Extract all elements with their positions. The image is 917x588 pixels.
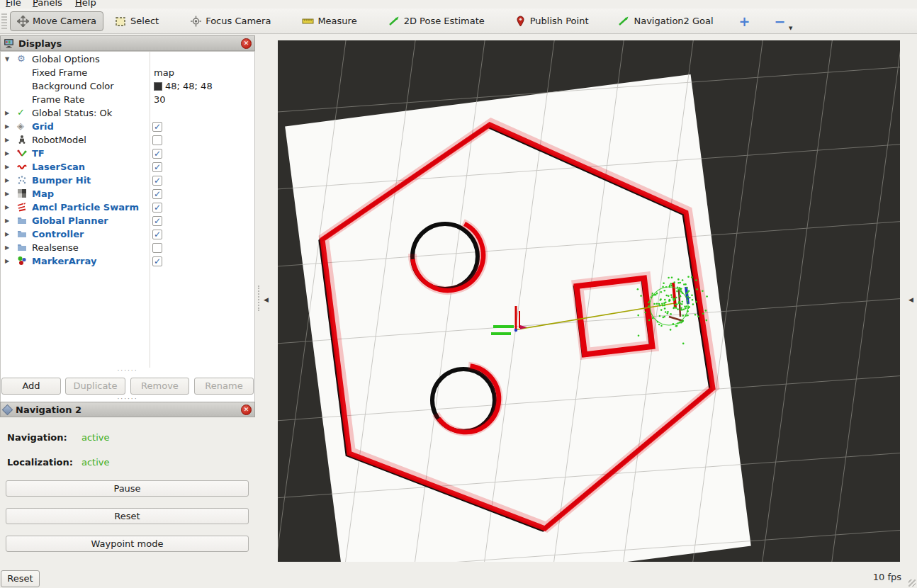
display-checkbox[interactable] [152,149,162,159]
window-resize-grip[interactable] [908,579,916,587]
display-row-realsense[interactable]: ▶ Realsense [1,241,254,254]
menu-help[interactable]: Help [75,0,96,8]
navigation-panel-title: Navigation 2 [16,405,81,415]
row-label: Realsense [32,241,79,254]
expand-arrow-icon[interactable]: ▶ [5,106,9,120]
time-reset-button[interactable]: Reset [1,570,40,587]
tree-row-background-color[interactable]: Background Color 48; 48; 48 [1,79,254,93]
particle-swarm-icon [17,202,28,213]
display-row-tf[interactable]: ▶ TF [1,147,254,160]
expand-arrow-icon[interactable]: ▶ [5,120,9,133]
measure-tool[interactable]: Measure [295,11,364,31]
displays-icon [4,38,14,49]
folder-icon [17,215,28,226]
expand-arrow-icon[interactable]: ▶ [5,133,9,147]
reset-button[interactable]: Reset [6,508,249,524]
display-row-laserscan[interactable]: ▶ LaserScan [1,160,254,174]
add-display-button[interactable]: Add [1,378,61,395]
menu-panels[interactable]: Panels [33,0,62,8]
localization-status-value: active [81,457,110,468]
display-row-global-planner[interactable]: ▶ Global Planner [1,214,254,227]
display-checkbox[interactable] [152,230,162,239]
expand-arrow-icon[interactable]: ▶ [5,160,9,174]
measure-label: Measure [317,16,356,26]
left-splitter-strip[interactable]: ◀ [255,34,278,563]
tree-row-global-options[interactable]: ▼ ⚙ Global Options [1,52,254,66]
collapse-arrow-icon[interactable]: ▼ [5,52,9,66]
display-checkbox[interactable] [152,176,162,186]
panel-splitter-handle[interactable]: ······ [0,368,255,374]
display-checkbox[interactable] [152,243,162,253]
property-label: Fixed Frame [32,66,87,79]
navigation-panel-header[interactable]: Navigation 2 ✕ [0,402,255,417]
expand-arrow-icon[interactable]: ▶ [5,254,9,268]
display-checkbox[interactable] [152,189,162,199]
display-checkbox[interactable] [152,256,162,266]
remove-tool-label: − [775,13,786,29]
menu-file[interactable]: File [6,0,21,8]
fixed-frame-value[interactable]: map [154,66,174,79]
collapse-left-panel-icon[interactable]: ◀ [264,296,269,303]
expand-arrow-icon[interactable]: ▶ [5,147,9,160]
display-row-controller[interactable]: ▶ Controller [1,227,254,241]
display-row-markerarray[interactable]: ▶ MarkerArray [1,254,254,268]
publish-point-tool[interactable]: Publish Point [507,11,596,31]
select-tool[interactable]: Select [108,11,166,31]
remove-display-button[interactable]: Remove [130,378,189,395]
map-display-icon [17,188,28,199]
row-label: Global Options [32,52,100,66]
tf-axes-icon [17,148,28,159]
display-row-map[interactable]: ▶ Map [1,187,254,200]
expand-arrow-icon[interactable]: ▶ [5,200,9,214]
move-camera-tool[interactable]: Move Camera [10,11,103,31]
display-row-robotmodel[interactable]: ▶ RobotModel [1,133,254,147]
displays-panel-header[interactable]: Displays ✕ [0,35,255,51]
row-label: LaserScan [32,160,85,174]
focus-camera-tool[interactable]: Focus Camera [183,11,278,31]
measure-icon [302,16,314,27]
select-icon [115,16,127,27]
marker-array-icon [17,256,28,266]
expand-arrow-icon[interactable]: ▶ [5,214,9,227]
expand-arrow-icon[interactable]: ▶ [5,241,9,254]
background-color-value[interactable]: 48; 48; 48 [154,79,213,93]
add-tool-button[interactable]: + [733,13,756,29]
expand-arrow-icon[interactable]: ▶ [5,187,9,200]
status-bar: Reset 10 fps [0,563,917,588]
menu-bar: File Panels Help [0,0,917,9]
pose-estimate-tool[interactable]: 2D Pose Estimate [381,11,492,31]
display-row-bumper-hit[interactable]: ▶ Bumper Hit [1,174,254,187]
display-checkbox[interactable] [152,122,162,132]
focus-camera-label: Focus Camera [206,16,271,26]
tree-row-frame-rate[interactable]: Frame Rate 30 [1,93,254,106]
move-camera-label: Move Camera [33,16,96,26]
expand-arrow-icon[interactable]: ▶ [5,174,9,187]
display-row-amcl-particle-swarm[interactable]: ▶ Amcl Particle Swarm [1,200,254,214]
row-label: Bumper Hit [32,174,91,187]
duplicate-display-button[interactable]: Duplicate [65,378,125,395]
pause-button[interactable]: Pause [6,480,249,497]
row-label: Map [32,187,54,200]
displays-close-button[interactable]: ✕ [241,38,252,49]
nav-goal-tool[interactable]: Navigation2 Goal [611,11,720,31]
expand-arrow-icon[interactable]: ▶ [5,227,9,241]
rename-display-button[interactable]: Rename [194,378,254,395]
tree-row-global-status[interactable]: ▶ ✓ Global Status: Ok [1,106,254,120]
right-splitter-strip[interactable]: ◀ [900,34,917,563]
displays-tree: ▼ ⚙ Global Options Fixed Frame map Backg… [0,51,255,402]
display-checkbox[interactable] [152,162,162,172]
collapse-right-panel-icon[interactable]: ◀ [908,296,913,303]
3d-viewport[interactable] [278,40,900,562]
display-checkbox[interactable] [152,135,162,145]
display-checkbox[interactable] [152,216,162,226]
frame-rate-value[interactable]: 30 [154,93,166,106]
display-checkbox[interactable] [152,203,162,213]
publish-point-label: Publish Point [530,16,589,26]
display-row-grid[interactable]: ▶ ◈ Grid [1,120,254,133]
navigation-close-button[interactable]: ✕ [241,405,252,415]
laser-scan-icon [17,162,28,172]
waypoint-mode-button[interactable]: Waypoint mode [6,536,249,552]
toolbar-drag-handle[interactable] [1,12,7,30]
tree-row-fixed-frame[interactable]: Fixed Frame map [1,66,254,79]
remove-tool-button[interactable]: − ▼ [769,13,792,29]
